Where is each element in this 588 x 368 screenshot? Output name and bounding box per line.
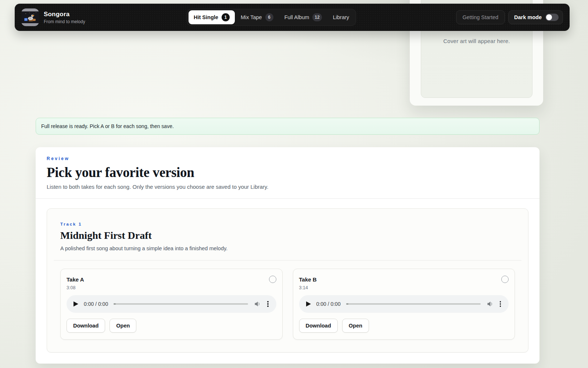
tab-library[interactable]: Library — [328, 10, 354, 24]
take-a-card: Take A 3:08 0:00 / 0:00 — [60, 269, 283, 340]
tab-badge: 12 — [312, 13, 322, 21]
play-icon[interactable] — [74, 301, 78, 307]
volume-icon[interactable] — [486, 300, 494, 308]
songora-logo-icon — [21, 8, 39, 26]
tab-badge: 1 — [222, 13, 230, 21]
track-divider — [54, 260, 521, 261]
track-card: Track 1 Midnight First Draft A polished … — [47, 208, 528, 353]
open-button[interactable]: Open — [342, 319, 369, 333]
brand-text: Songora From mind to melody — [44, 11, 85, 24]
tab-label: Mix Tape — [241, 14, 262, 20]
take-b-audio-player[interactable]: 0:00 / 0:00 — [299, 295, 509, 313]
download-button[interactable]: Download — [299, 319, 338, 333]
player-time: 0:00 / 0:00 — [316, 301, 341, 307]
tab-label: Hit Single — [194, 14, 218, 20]
take-a-label: Take A — [67, 275, 84, 283]
take-b-card: Take B 3:14 0:00 / 0:00 — [293, 269, 515, 340]
review-eyebrow: Review — [47, 156, 528, 161]
review-subtitle: Listen to both takes for each song. Only… — [47, 184, 528, 190]
tab-mix-tape[interactable]: Mix Tape 6 — [236, 10, 279, 24]
toggle-knob — [546, 14, 552, 20]
app-title: Songora — [44, 11, 85, 18]
app-tagline: From mind to melody — [44, 19, 85, 24]
take-actions: Download Open — [67, 319, 276, 333]
track-title: Midnight First Draft — [60, 230, 515, 241]
release-ready-banner: Full release is ready. Pick A or B for e… — [36, 118, 539, 135]
review-header: Review Pick your favorite version Listen… — [36, 147, 539, 190]
track-description: A polished first song about turning a si… — [60, 245, 515, 251]
player-time: 0:00 / 0:00 — [84, 301, 108, 307]
open-button[interactable]: Open — [110, 319, 136, 333]
tab-badge: 6 — [265, 13, 273, 21]
more-options-icon[interactable] — [266, 301, 269, 307]
page: Cover art will appear here. — [0, 0, 588, 368]
getting-started-button[interactable]: Getting Started — [456, 10, 505, 24]
play-icon[interactable] — [306, 301, 311, 307]
nav-right-actions: Getting Started Dark mode — [456, 10, 563, 24]
top-navbar: Songora From mind to melody Hit Single 1… — [15, 4, 570, 31]
dark-mode-toggle[interactable] — [545, 14, 559, 21]
take-b-duration: 3:14 — [299, 285, 509, 290]
take-head: Take A — [67, 275, 276, 283]
takes-row: Take A 3:08 0:00 / 0:00 — [60, 269, 515, 340]
download-button[interactable]: Download — [67, 319, 105, 333]
tab-full-album[interactable]: Full Album 12 — [279, 10, 327, 24]
review-title: Pick your favorite version — [47, 164, 528, 180]
take-actions: Download Open — [299, 319, 509, 333]
more-options-icon[interactable] — [499, 301, 502, 307]
tab-label: Full Album — [284, 14, 309, 20]
banner-message: Full release is ready. Pick A or B for e… — [41, 123, 174, 129]
nav-tabbar: Hit Single 1 Mix Tape 6 Full Album 12 Li… — [187, 9, 356, 26]
take-b-label: Take B — [299, 275, 317, 283]
take-head: Take B — [299, 275, 509, 283]
tab-label: Library — [333, 14, 349, 20]
take-a-select-radio[interactable] — [269, 276, 276, 283]
review-card: Review Pick your favorite version Listen… — [36, 147, 539, 364]
dark-mode-button[interactable]: Dark mode — [508, 10, 563, 24]
dark-mode-label: Dark mode — [514, 14, 542, 20]
seek-slider[interactable] — [346, 303, 481, 305]
review-body: Track 1 Midnight First Draft A polished … — [36, 199, 539, 353]
tab-hit-single[interactable]: Hit Single 1 — [189, 10, 235, 24]
seek-slider[interactable] — [114, 303, 248, 305]
volume-icon[interactable] — [254, 300, 261, 308]
track-eyebrow: Track 1 — [60, 222, 515, 226]
take-b-select-radio[interactable] — [501, 276, 509, 283]
brand: Songora From mind to melody — [21, 8, 85, 26]
take-a-audio-player[interactable]: 0:00 / 0:00 — [67, 295, 276, 313]
take-a-duration: 3:08 — [67, 285, 276, 290]
